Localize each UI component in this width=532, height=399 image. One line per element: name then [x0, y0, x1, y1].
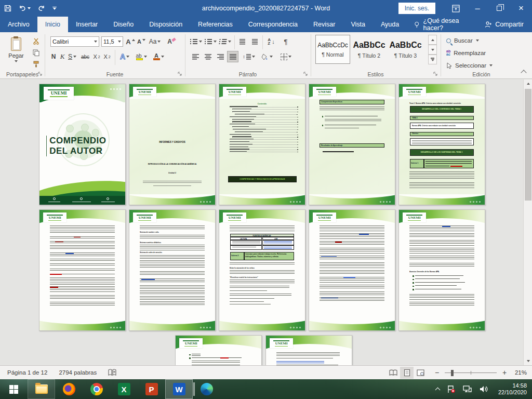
tell-me-box[interactable]: ¿Qué desea hacer?: [407, 17, 476, 32]
styles-scroll-down-icon[interactable]: [428, 45, 437, 55]
undo-dropdown-icon[interactable]: [28, 7, 31, 9]
taskbar-start-icon[interactable]: [0, 379, 28, 399]
document-page-11[interactable]: UNEMI: [175, 335, 262, 365]
grow-font-button[interactable]: A: [125, 36, 136, 47]
zoom-in-icon[interactable]: +: [500, 368, 509, 377]
tab-diseño[interactable]: Diseño: [105, 17, 141, 32]
print-layout-button[interactable]: [400, 367, 414, 379]
font-size-combo[interactable]: 11,5: [101, 36, 123, 47]
tray-expand-icon[interactable]: [435, 388, 440, 393]
font-dialog-launcher-icon[interactable]: [178, 72, 183, 77]
taskbar-powerpoint-icon[interactable]: P: [138, 379, 165, 399]
taskbar-excel-icon[interactable]: X: [110, 379, 138, 399]
styles-dialog-launcher-icon[interactable]: [433, 72, 438, 77]
tab-vista[interactable]: Vista: [343, 17, 373, 32]
document-page-5[interactable]: UNEMITema 1: Normas APA. Criterios para …: [398, 84, 485, 205]
scrollbar-thumb[interactable]: [525, 89, 531, 201]
align-right-button[interactable]: [215, 51, 226, 62]
change-case-button[interactable]: Aa: [148, 36, 162, 47]
document-page-4[interactable]: UNEMICompetencias EspecíficasResultados …: [309, 84, 395, 205]
taskbar-word-icon[interactable]: W: [165, 379, 193, 399]
collapse-ribbon-icon[interactable]: [520, 69, 528, 76]
document-page-1[interactable]: UNEMICOMPENDIODEL AUTOR: [39, 84, 126, 205]
word-count[interactable]: 2794 palabras: [59, 369, 97, 376]
taskbar-explorer-icon[interactable]: [28, 379, 55, 399]
font-color-button[interactable]: A: [151, 51, 166, 62]
bold-button[interactable]: N: [49, 51, 58, 62]
paragraph-dialog-launcher-icon[interactable]: [303, 72, 309, 77]
scroll-up-icon[interactable]: [524, 79, 532, 88]
align-left-button[interactable]: [190, 51, 201, 62]
justify-button[interactable]: [227, 51, 238, 62]
network-icon[interactable]: [462, 385, 472, 393]
tab-disposición[interactable]: Disposición: [141, 17, 190, 32]
document-page-7[interactable]: UNEMISistema de nombre y año.Sistema num…: [129, 209, 216, 331]
replace-button[interactable]: abac Reemplazar: [446, 48, 486, 58]
line-spacing-button[interactable]: ↕: [242, 51, 256, 62]
format-painter-button[interactable]: [30, 58, 42, 70]
style-card-título3[interactable]: AaBbCc¶ Título 3: [388, 35, 423, 64]
strikethrough-button[interactable]: abc: [79, 51, 91, 62]
document-page-2[interactable]: UNEMIINFORMES Y ENSAYOSINTRODUCCIÓN A LA…: [129, 84, 216, 205]
align-center-button[interactable]: [202, 51, 214, 62]
restore-button[interactable]: [488, 0, 510, 17]
select-button[interactable]: Seleccionar: [446, 60, 493, 71]
styles-more-icon[interactable]: [428, 55, 437, 64]
underline-button[interactable]: S: [67, 51, 77, 62]
tab-referencias[interactable]: Referencias: [190, 17, 241, 32]
copy-button[interactable]: [30, 47, 42, 58]
undo-icon[interactable]: [19, 5, 31, 12]
superscript-button[interactable]: X2: [102, 51, 112, 62]
minimize-button[interactable]: ─: [467, 0, 488, 17]
ribbon-display-options-icon[interactable]: [445, 0, 467, 17]
shrink-font-button[interactable]: A: [137, 36, 146, 47]
save-icon[interactable]: [4, 5, 11, 12]
decrease-indent-button[interactable]: [236, 36, 248, 47]
find-button[interactable]: Buscar: [446, 35, 479, 46]
show-marks-button[interactable]: ¶: [281, 36, 290, 47]
multilevel-list-button[interactable]: [219, 36, 231, 47]
shading-button[interactable]: [259, 51, 275, 62]
web-layout-button[interactable]: [414, 367, 427, 379]
vertical-scrollbar[interactable]: [523, 79, 532, 365]
page-indicator[interactable]: Página 1 de 12: [7, 369, 47, 376]
cut-button[interactable]: [30, 35, 42, 47]
style-card-título2[interactable]: AaBbCc¶ Título 2: [352, 35, 387, 64]
subscript-button[interactable]: X2: [92, 51, 101, 62]
bullets-button[interactable]: [190, 36, 202, 47]
zoom-out-icon[interactable]: −: [432, 368, 442, 377]
zoom-level[interactable]: 21%: [510, 369, 527, 376]
customize-quick-access-icon[interactable]: [52, 7, 57, 10]
sort-button[interactable]: AZ↓: [264, 36, 278, 47]
document-page-3[interactable]: UNEMIContenidoCOMPETENCIAS Y RESULTADOS …: [219, 84, 305, 205]
tab-archivo[interactable]: Archivo: [0, 17, 37, 32]
taskbar-firefox-icon[interactable]: [55, 379, 83, 399]
tab-ayuda[interactable]: Ayuda: [373, 17, 407, 32]
document-page-12[interactable]: UNEMI: [265, 335, 352, 365]
document-canvas[interactable]: UNEMICOMPENDIODEL AUTORUNEMIINFORMES Y E…: [0, 79, 532, 365]
tab-revisar[interactable]: Revisar: [305, 17, 343, 32]
taskbar-chrome-icon[interactable]: [83, 379, 110, 399]
taskbar-clock[interactable]: 14:58 22/10/2020: [495, 382, 527, 396]
close-button[interactable]: ×: [510, 0, 532, 17]
tab-correspondencia[interactable]: Correspondencia: [241, 17, 305, 32]
volume-icon[interactable]: [479, 385, 488, 393]
borders-button[interactable]: [278, 51, 294, 62]
italic-button[interactable]: K: [59, 51, 66, 62]
tab-insertar[interactable]: Insertar: [68, 17, 105, 32]
style-card-normal[interactable]: AaBbCcDc¶ Normal: [315, 35, 350, 64]
document-page-9[interactable]: UNEMI: [309, 209, 395, 331]
font-name-combo[interactable]: Calibri: [50, 36, 99, 47]
document-page-10[interactable]: UNEMIAspectos Generales de las Normas AP…: [398, 209, 485, 331]
zoom-slider-thumb[interactable]: [451, 370, 454, 376]
styles-scroll-up-icon[interactable]: [428, 35, 437, 45]
zoom-slider[interactable]: [445, 367, 497, 379]
sign-in-button[interactable]: Inic. ses.: [398, 3, 435, 14]
text-effects-button[interactable]: A: [118, 51, 131, 62]
taskbar-edge-icon[interactable]: [193, 379, 220, 399]
clear-formatting-button[interactable]: A: [166, 36, 177, 47]
increase-indent-button[interactable]: [249, 36, 260, 47]
proofing-status-icon[interactable]: [108, 369, 116, 376]
document-page-8[interactable]: UNEMIFUENTES ACADÉMICASLECTURALINKSubtem…: [219, 209, 305, 331]
redo-icon[interactable]: [38, 5, 45, 12]
